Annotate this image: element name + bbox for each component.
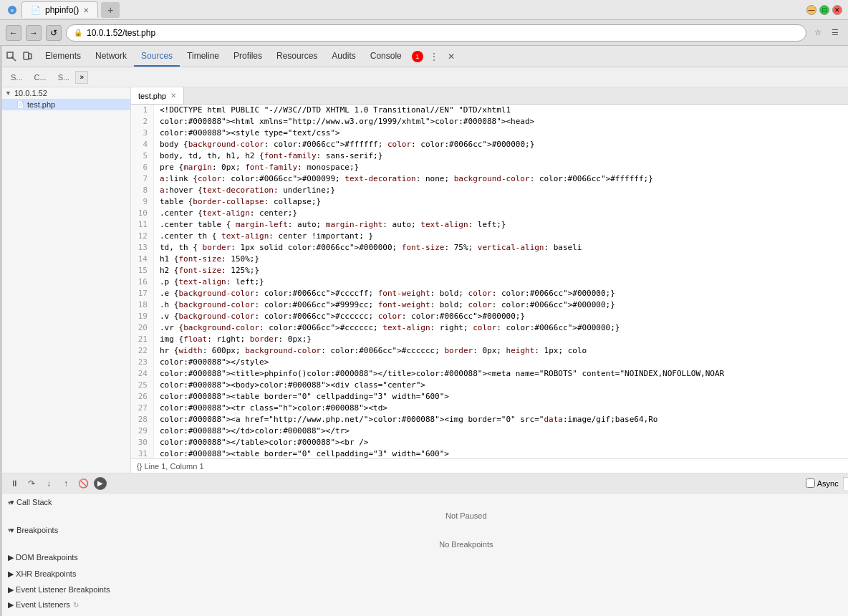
file-tree-root[interactable]: ▼ 10.0.1.52 xyxy=(2,87,130,99)
resume-button[interactable]: ▶ xyxy=(94,477,107,490)
code-line: 2color:#000088"><html xmlns="http://www.… xyxy=(131,116,848,127)
code-line: 5body, td, th, h1, h2 {font-family: sans… xyxy=(131,150,848,162)
profiles-label: Profiles xyxy=(233,51,262,61)
tab-timeline[interactable]: Timeline xyxy=(180,46,226,67)
tab-elements[interactable]: Elements xyxy=(38,46,88,67)
subtab-s1[interactable]: S... xyxy=(5,70,29,85)
code-line: 8a:hover {text-decoration: underline;} xyxy=(131,185,848,196)
line-content: color:#000088"><table border="0" cellpad… xyxy=(154,391,848,403)
inspect-icon[interactable] xyxy=(5,50,18,63)
code-line: 1<!DOCTYPE html PUBLIC "-//W3C//DTD XHTM… xyxy=(131,105,848,116)
tab-close-button[interactable]: ✕ xyxy=(83,6,89,14)
status-bar: {} Line 1, Column 1 xyxy=(131,458,848,473)
tab-network[interactable]: Network xyxy=(88,46,134,67)
line-number: 27 xyxy=(131,403,154,414)
browser-window: e 📄 phpinfo() ✕ + — □ ✕ ← → ↺ 🔒 10.0.1.5… xyxy=(0,0,848,616)
code-content: 1<!DOCTYPE html PUBLIC "-//W3C//DTD XHTM… xyxy=(131,105,848,458)
minimize-button[interactable]: — xyxy=(806,5,816,15)
breakpoints-section: ▾ ▾ Breakpoints + No Breakpoints xyxy=(8,523,848,549)
expand-icon: ▼ xyxy=(5,90,11,97)
subtab-c[interactable]: C... xyxy=(29,70,52,85)
status-text: {} Line 1, Column 1 xyxy=(137,462,204,471)
line-content: .e {background-color: color:#0066cc">#cc… xyxy=(154,288,848,299)
xhr-breakpoints-header[interactable]: ▶ XHR Breakpoints + xyxy=(8,567,848,581)
scrollbar[interactable] xyxy=(1,46,1,616)
navigation-bar: ← → ↺ 🔒 10.0.1.52/test.php ☆ ☰ xyxy=(0,20,848,46)
error-badge: 1 xyxy=(412,51,423,62)
line-number: 6 xyxy=(131,162,154,173)
line-number: 3 xyxy=(131,127,154,139)
tab-profiles[interactable]: Profiles xyxy=(226,46,269,67)
line-content: .p {text-align: left;} xyxy=(154,276,848,288)
line-content: a:link {color: color:#0066cc">#000099; t… xyxy=(154,173,848,185)
tab-resources[interactable]: Resources xyxy=(269,46,324,67)
devtools-more-icon[interactable]: ⋮ xyxy=(428,50,440,63)
editor-tab-testphp[interactable]: test.php ✕ xyxy=(131,87,184,104)
device-icon[interactable] xyxy=(21,50,34,63)
dom-breakpoints-header[interactable]: ▶ DOM Breakpoints xyxy=(8,552,848,564)
close-button[interactable]: ✕ xyxy=(832,5,842,15)
line-content: h1 {font-size: 150%;} xyxy=(154,254,848,265)
step-into-button[interactable]: ↓ xyxy=(42,477,55,490)
code-line: 10.center {text-align: center;} xyxy=(131,208,848,219)
deactivate-button[interactable]: 🚫 xyxy=(77,477,90,490)
line-content: .center {text-align: center;} xyxy=(154,208,848,219)
tab-console[interactable]: Console xyxy=(363,46,409,67)
subtab-s2[interactable]: S... xyxy=(52,70,76,85)
line-number: 1 xyxy=(131,105,154,116)
bookmark-icon[interactable]: ☆ xyxy=(811,26,825,40)
svg-rect-5 xyxy=(29,54,32,59)
tab-bar: e 📄 phpinfo() ✕ + xyxy=(6,1,120,18)
scope-watch-tabs: Scope Watch xyxy=(843,477,848,490)
loading-spinner: ↻ xyxy=(73,601,79,609)
pause-button[interactable]: ⏸ xyxy=(8,477,21,490)
file-label: test.php xyxy=(27,100,55,109)
scope-tab[interactable]: Scope xyxy=(843,477,848,490)
event-listeners-label: ▶ Event Listeners xyxy=(8,600,70,610)
line-number: 30 xyxy=(131,437,154,448)
settings-icon[interactable]: ☰ xyxy=(828,26,842,40)
call-stack-header[interactable]: ▾ ▾ Call Stack xyxy=(8,496,848,509)
editor-tab-close[interactable]: ✕ xyxy=(170,92,176,100)
line-number: 4 xyxy=(131,139,154,150)
active-tab[interactable]: 📄 phpinfo() ✕ xyxy=(21,1,98,18)
line-number: 15 xyxy=(131,265,154,276)
subtab-expand[interactable]: » xyxy=(75,71,88,84)
code-line: 24color:#000088"><title>phpinfo()color:#… xyxy=(131,368,848,380)
line-content: color:#000088"></table>color:#000088"><b… xyxy=(154,437,848,448)
breakpoints-content: No Breakpoints xyxy=(8,537,848,549)
devtools-close-icon[interactable]: ✕ xyxy=(445,50,458,63)
event-listeners-header[interactable]: ▶ Event Listeners ↻ xyxy=(8,599,848,611)
code-line: 6pre {margin: 0px; font-family: monospac… xyxy=(131,162,848,173)
line-content: color:#000088"></style> xyxy=(154,357,848,368)
tab-audits[interactable]: Audits xyxy=(324,46,362,67)
file-tree-item-testphp[interactable]: 📄 test.php xyxy=(2,99,130,110)
not-paused-text: Not Paused xyxy=(445,511,486,520)
breakpoints-header[interactable]: ▾ ▾ Breakpoints + xyxy=(8,523,848,537)
new-tab-button[interactable]: + xyxy=(101,2,120,18)
forward-button[interactable]: → xyxy=(26,25,42,41)
address-bar[interactable]: 🔒 10.0.1.52/test.php xyxy=(66,24,806,42)
tab-sources[interactable]: Sources xyxy=(134,46,180,67)
code-line: 19.v {background-color: color:#0066cc">#… xyxy=(131,311,848,322)
event-listener-header[interactable]: ▶ Event Listener Breakpoints xyxy=(8,584,848,596)
step-over-button[interactable]: ↷ xyxy=(25,477,38,490)
code-line: 31color:#000088"><table border="0" cellp… xyxy=(131,448,848,458)
line-content: color:#000088"><table border="0" cellpad… xyxy=(154,448,848,458)
maximize-button[interactable]: □ xyxy=(819,5,829,15)
code-line: 13td, th { border: 1px solid color:#0066… xyxy=(131,242,848,254)
line-number: 16 xyxy=(131,276,154,288)
call-stack-label: ▾ Call Stack xyxy=(10,498,52,507)
step-out-button[interactable]: ↑ xyxy=(59,477,72,490)
timeline-label: Timeline xyxy=(187,51,219,61)
line-number: 21 xyxy=(131,334,154,345)
async-check-input[interactable] xyxy=(806,478,815,488)
line-content: color:#000088"><style type="text/css"> xyxy=(154,127,848,139)
async-checkbox[interactable]: Async xyxy=(806,478,839,488)
back-button[interactable]: ← xyxy=(6,25,21,41)
code-line: 15h2 {font-size: 125%;} xyxy=(131,265,848,276)
reload-button[interactable]: ↺ xyxy=(46,25,62,41)
line-number: 9 xyxy=(131,196,154,208)
code-line: 28color:#000088"><a href="http://www.php… xyxy=(131,414,848,425)
line-number: 24 xyxy=(131,368,154,380)
